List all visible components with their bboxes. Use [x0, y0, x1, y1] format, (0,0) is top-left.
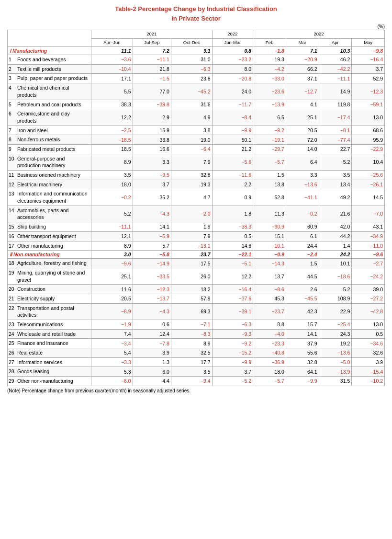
cell-value: 42.3: [286, 303, 319, 320]
cell-value: −14.3: [253, 259, 286, 268]
title-line1: Table-2 Percentage Change by Industrial …: [7, 5, 385, 13]
cell-value: −16.4: [352, 55, 385, 65]
cell-value: 22.7: [319, 144, 352, 154]
cell-value: 5.4: [91, 348, 133, 358]
cell-value: 3.8: [171, 126, 212, 135]
cell-value: −5.1: [212, 259, 253, 268]
cell-value: 42.0: [319, 222, 352, 232]
row-label: 26 Real estate: [8, 348, 91, 358]
cell-value: 20.5: [91, 294, 133, 303]
cell-value: 31.0: [171, 55, 212, 65]
cell-value: 4.7: [171, 189, 212, 206]
cell-value: 68.6: [352, 126, 385, 135]
row-label-text: Electrical machinery: [17, 181, 89, 188]
cell-value: −8.1: [319, 126, 352, 135]
table-row: 10 General-purpose and production machin…: [8, 154, 385, 170]
cell-value: 5.3: [91, 367, 133, 377]
cell-value: −45.2: [171, 83, 212, 100]
cell-value: 44.5: [286, 268, 319, 284]
row-num: 22: [9, 305, 17, 312]
table-row: 2 Textile mill products−10.421.8−6.38.0−…: [8, 64, 385, 74]
cell-value: 32.6: [352, 348, 385, 358]
cell-value: 7.9: [171, 231, 212, 241]
cell-value: 8.9: [91, 241, 133, 251]
cell-value: 14.1: [286, 329, 319, 339]
cell-value: 12.1: [91, 231, 133, 241]
cell-value: −39.8: [133, 100, 171, 109]
cell-value: 52.9: [352, 74, 385, 83]
cell-value: 5.5: [91, 83, 133, 100]
cell-value: 6.0: [133, 367, 171, 377]
cell-value: 108.9: [319, 294, 352, 303]
cell-value: 72.0: [286, 135, 319, 145]
cell-value: 95.9: [352, 135, 385, 145]
row-label: 18 Agriculture, forestry and fishing: [8, 259, 91, 268]
cell-value: 21.2: [212, 144, 253, 154]
cell-value: 43.1: [352, 222, 385, 232]
row-num: 26: [9, 349, 17, 356]
table-row: 24 Wholesale and retail trade7.412.4−8.3…: [8, 329, 385, 339]
cell-value: −5.6: [212, 154, 253, 170]
cell-value: 17.1: [91, 74, 133, 83]
row-label: 21 Electricity supply: [8, 294, 91, 303]
cell-value: −45.5: [286, 294, 319, 303]
cell-value: −11.1: [133, 55, 171, 65]
cell-value: −6.3: [171, 64, 212, 74]
table-body: Ⅰ Manufacturing11.17.23.10.8−1.87.110.3−…: [8, 47, 385, 386]
table-row: 3 Pulp, paper and paper products17.1−1.5…: [8, 74, 385, 83]
cell-value: −33.5: [133, 268, 171, 284]
row-label: 12 Electrical machinery: [8, 180, 91, 189]
row-label: 29 Other non-manufacturing: [8, 377, 91, 386]
row-label-text: Wholesale and retail trade: [17, 331, 89, 338]
cell-value: 12.4: [133, 329, 171, 339]
row-label: 8 Non-ferrous metals: [8, 135, 91, 145]
cell-value: −12.7: [286, 83, 319, 100]
cell-value: −23.6: [253, 83, 286, 100]
row-label-text: Textile mill products: [17, 66, 89, 73]
table-row: 28 Goods leasing5.36.03.53.718.064.1−13.…: [8, 367, 385, 377]
row-label-text: Transportation and postal activities: [17, 305, 89, 319]
row-label: 14 Automobiles, parts and accessories: [8, 206, 91, 222]
cell-value: 13.0: [352, 320, 385, 330]
row-label: 6 Ceramic,stone and clay products: [8, 109, 91, 126]
cell-value: 33.8: [133, 135, 171, 145]
cell-value: −15.2: [212, 348, 253, 358]
row-label: 25 Finance and insurance: [8, 339, 91, 348]
cell-value: −10.1: [253, 241, 286, 251]
cell-value: 11.1: [91, 47, 133, 55]
table-row: 4 Chemical and chemical products5.577.0−…: [8, 83, 385, 100]
cell-value: 25.1: [91, 268, 133, 284]
row-num: 1: [9, 56, 17, 63]
cell-value: 18.0: [91, 180, 133, 189]
cell-value: −9.2: [212, 339, 253, 348]
cell-value: 1.3: [133, 357, 171, 367]
cell-value: −4.2: [253, 64, 286, 74]
page-title: Table-2 Percentage Change by Industrial …: [7, 5, 385, 23]
cell-value: −17.4: [319, 109, 352, 126]
section-label: Ⅰ Manufacturing: [8, 47, 91, 55]
row-num: 25: [9, 340, 17, 347]
row-num: 5: [9, 101, 17, 108]
row-num: 24: [9, 331, 17, 338]
table-row: 27 Information services−3.31.317.7−9.9−3…: [8, 357, 385, 367]
cell-value: 3.1: [171, 47, 212, 55]
row-label: 4 Chemical and chemical products: [8, 83, 91, 100]
cell-value: 4.1: [286, 100, 319, 109]
cell-value: 13.7: [253, 268, 286, 284]
cell-value: 35.2: [133, 189, 171, 206]
cell-value: −13.6: [319, 348, 352, 358]
cell-value: 15.7: [286, 320, 319, 330]
row-label-text: Real estate: [17, 349, 89, 356]
cell-value: 38.3: [91, 100, 133, 109]
cell-value: −0.9: [253, 251, 286, 259]
row-num: 19: [9, 269, 17, 276]
cell-value: 24.3: [319, 329, 352, 339]
cell-value: −29.7: [253, 144, 286, 154]
cell-value: −25.4: [319, 320, 352, 330]
table-row: Ⅰ Manufacturing11.17.23.10.8−1.87.110.3−…: [8, 47, 385, 55]
cell-value: −5.2: [212, 377, 253, 386]
row-num: 9: [9, 146, 17, 153]
row-label-text: Non-ferrous metals: [17, 136, 89, 143]
table-row: Ⅱ Non-manufacturing3.0−5.823.7−22.1−0.9−…: [8, 251, 385, 259]
row-label-text: Other transport equipment: [17, 233, 89, 240]
